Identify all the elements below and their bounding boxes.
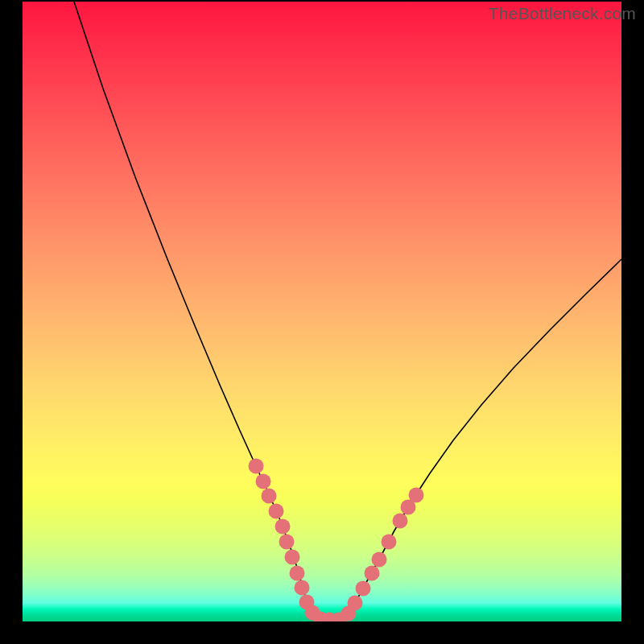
plot-area — [23, 2, 621, 621]
data-point — [372, 552, 387, 568]
data-point — [290, 566, 305, 581]
data-point — [279, 535, 295, 550]
outer-frame: TheBottleneck.com — [0, 0, 644, 644]
right-curve — [341, 259, 621, 621]
data-point — [365, 566, 380, 581]
data-point — [356, 581, 371, 597]
data-point — [269, 504, 284, 519]
data-point — [275, 519, 291, 535]
chart-svg — [23, 2, 621, 621]
data-point — [382, 535, 397, 550]
data-point — [393, 514, 408, 529]
data-point — [295, 580, 310, 596]
data-point — [348, 596, 363, 611]
data-point — [256, 474, 271, 489]
data-point — [409, 488, 424, 503]
data-point — [249, 459, 264, 474]
data-point — [285, 550, 300, 565]
watermark-text: TheBottleneck.com — [489, 4, 636, 23]
data-point — [262, 489, 277, 504]
scatter-points — [249, 459, 424, 622]
